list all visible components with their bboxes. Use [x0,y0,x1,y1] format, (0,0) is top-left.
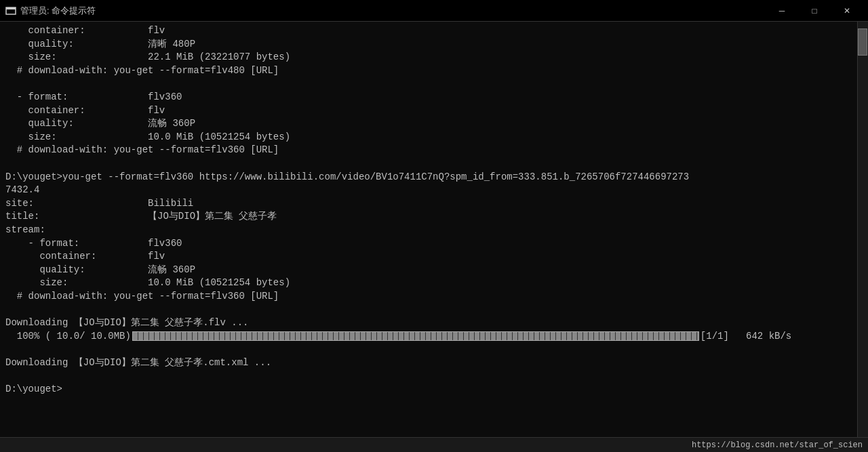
progress-bar [132,331,699,341]
close-button[interactable]: ✕ [831,0,863,22]
terminal-command-line: D:\youget>you-get --format=flv360 https:… [5,171,849,184]
prompt-line: D:\youget> [5,383,849,396]
terminal-line-empty [5,369,849,383]
scrollbar-thumb[interactable] [858,28,867,56]
terminal-line-empty [5,157,849,171]
status-right: https://blog.csdn.net/star_of_scien [692,440,863,450]
progress-suffix: [1/1] 642 kB/s [701,330,791,344]
status-bar: https://blog.csdn.net/star_of_scien [0,437,868,452]
progress-bar-line: 100% ( 10.0/ 10.0MB)[1/1] 642 kB/s [5,330,849,344]
terminal-line: size: 22.1 MiB (23221077 bytes) [5,51,849,64]
window-controls: ─ □ ✕ [766,0,863,22]
terminal-content: container: flv quality: 清晰 480P size: 22… [5,24,863,434]
terminal-window: container: flv quality: 清晰 480P size: 22… [0,22,868,437]
terminal-line: quality: 清晰 480P [5,38,849,52]
terminal-line: title: 【JO与DIO】第二集 父慈子孝 [5,210,849,224]
terminal-line: size: 10.0 MiB (10521254 bytes) [5,131,849,144]
terminal-line: size: 10.0 MiB (10521254 bytes) [5,276,849,290]
terminal-line-empty [5,303,849,316]
terminal-line: stream: [5,224,849,237]
svg-rect-1 [6,7,16,9]
window-icon [5,5,16,16]
terminal-line: # download-with: you-get --format=flv360… [5,290,849,304]
terminal-line: container: flv [5,104,849,118]
terminal-line: # download-with: you-get --format=flv480… [5,64,849,78]
downloading-xml-line: Downloading 【JO与DIO】第二集 父慈子孝.cmt.xml ... [5,356,849,370]
downloading-flv-line: Downloading 【JO与DIO】第二集 父慈子孝.flv ... [5,316,849,330]
terminal-line-empty [5,343,849,356]
terminal-line: - format: flv360 [5,237,849,251]
terminal-line: container: flv [5,250,849,264]
terminal-line: container: flv [5,24,849,38]
terminal-line: # download-with: you-get --format=flv360… [5,144,849,157]
title-bar: 管理员: 命令提示符 ─ □ ✕ [0,0,868,22]
terminal-line-empty [5,77,849,91]
minimize-button[interactable]: ─ [766,0,797,22]
scrollbar[interactable] [857,22,868,437]
progress-prefix: 100% ( 10.0/ 10.0MB) [5,330,131,344]
terminal-line: site: Bilibili [5,197,849,211]
window-title: 管理员: 命令提示符 [20,5,766,17]
terminal-line: quality: 流畅 360P [5,117,849,131]
terminal-line: - format: flv360 [5,91,849,104]
terminal-line: 7432.4 [5,184,849,197]
maximize-button[interactable]: □ [799,0,830,22]
terminal-line: quality: 流畅 360P [5,264,849,277]
